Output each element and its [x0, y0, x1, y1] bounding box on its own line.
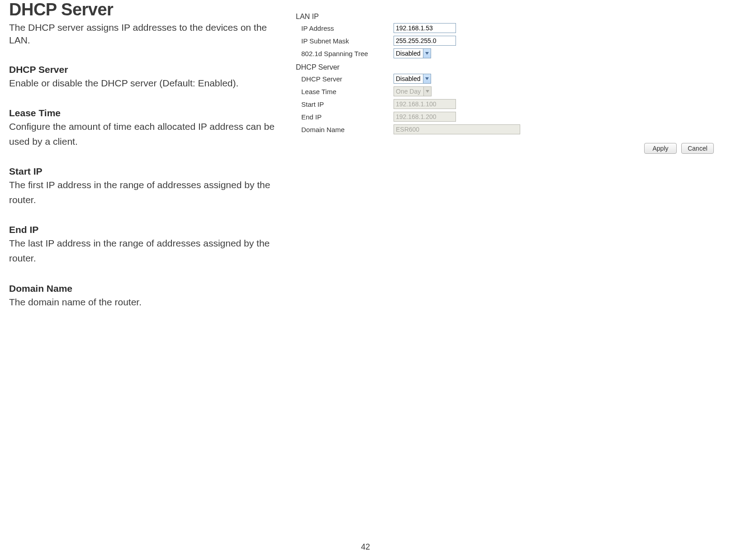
label-lease-time: Lease Time	[301, 88, 394, 95]
page-number: 42	[0, 542, 731, 552]
section-heading: Start IP	[9, 166, 280, 177]
lease-time-select: One Day	[394, 86, 432, 96]
label-spanning-tree: 802.1d Spanning Tree	[301, 50, 394, 57]
row-start-ip: Start IP	[296, 98, 722, 110]
lease-time-value: One Day	[396, 88, 423, 95]
section-body: Configure the amount of time each alloca…	[9, 119, 280, 149]
row-spanning-tree: 802.1d Spanning Tree Disabled	[296, 47, 722, 60]
ip-address-input[interactable]	[394, 23, 456, 33]
label-domain-name: Domain Name	[301, 126, 394, 133]
cancel-button[interactable]: Cancel	[681, 143, 714, 154]
chevron-down-icon	[423, 74, 431, 83]
section-domain-name: Domain Name The domain name of the route…	[9, 283, 280, 310]
button-row: Apply Cancel	[296, 143, 722, 154]
label-start-ip: Start IP	[301, 100, 394, 108]
page-title: DHCP Server	[9, 0, 280, 19]
section-body: The last IP address in the range of addr…	[9, 236, 280, 266]
label-subnet-mask: IP Subnet Mask	[301, 37, 394, 45]
section-lease-time: Lease Time Configure the amount of time …	[9, 108, 280, 149]
label-end-ip: End IP	[301, 113, 394, 121]
row-domain-name: Domain Name	[296, 123, 722, 136]
spanning-tree-select[interactable]: Disabled	[394, 48, 431, 58]
group-title-lan-ip: LAN IP	[296, 13, 722, 21]
row-subnet-mask: IP Subnet Mask	[296, 34, 722, 47]
section-heading: Domain Name	[9, 283, 280, 294]
group-title-dhcp: DHCP Server	[296, 63, 722, 71]
label-dhcp-server: DHCP Server	[301, 75, 394, 83]
section-heading: Lease Time	[9, 108, 280, 119]
chevron-down-icon	[423, 49, 431, 58]
dhcp-server-select[interactable]: Disabled	[394, 74, 431, 84]
subnet-mask-input[interactable]	[394, 36, 456, 46]
section-dhcp-server: DHCP Server Enable or disable the DHCP s…	[9, 64, 280, 91]
row-end-ip: End IP	[296, 110, 722, 123]
dhcp-server-value: Disabled	[396, 75, 423, 82]
chevron-down-icon	[423, 87, 431, 96]
section-body: The domain name of the router.	[9, 295, 280, 310]
domain-name-input	[394, 124, 520, 134]
section-heading: End IP	[9, 224, 280, 235]
label-ip-address: IP Address	[301, 24, 394, 32]
section-body: The first IP address in the range of add…	[9, 178, 280, 207]
section-body: Enable or disable the DHCP server (Defau…	[9, 76, 280, 91]
row-ip-address: IP Address	[296, 22, 722, 34]
section-end-ip: End IP The last IP address in the range …	[9, 224, 280, 266]
spanning-tree-value: Disabled	[396, 50, 423, 57]
row-dhcp-server: DHCP Server Disabled	[296, 72, 722, 85]
row-lease-time: Lease Time One Day	[296, 85, 722, 98]
section-start-ip: Start IP The first IP address in the ran…	[9, 166, 280, 207]
intro-text: The DHCP server assigns IP addresses to …	[9, 21, 280, 47]
end-ip-input	[394, 112, 456, 122]
doc-column: DHCP Server The DHCP server assigns IP a…	[9, 0, 290, 309]
config-panel: LAN IP IP Address IP Subnet Mask 802.1d …	[290, 0, 722, 309]
apply-button[interactable]: Apply	[644, 143, 677, 154]
start-ip-input	[394, 99, 456, 109]
section-heading: DHCP Server	[9, 64, 280, 75]
